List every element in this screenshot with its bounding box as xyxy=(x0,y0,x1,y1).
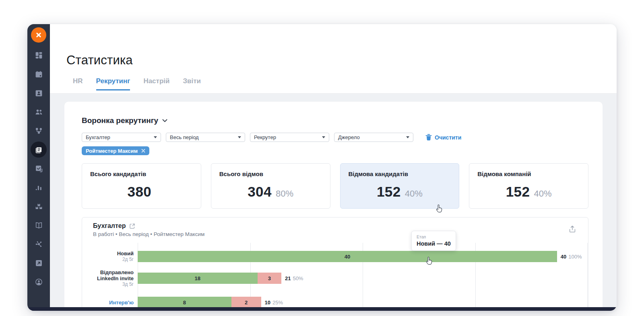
funnel-row-bars: 1832150% xyxy=(138,273,588,284)
period-select[interactable]: Весь період xyxy=(166,133,245,142)
stat-card-value: 152 xyxy=(506,184,530,199)
dashboard-icon[interactable] xyxy=(31,47,47,63)
stage-duration: 3д 5г xyxy=(82,281,134,287)
page-title: Статистика xyxy=(66,53,617,68)
export-chart-button[interactable] xyxy=(568,225,577,235)
knowledge-book-icon[interactable] xyxy=(31,217,47,233)
stage-name: Новий xyxy=(82,250,134,256)
trash-icon xyxy=(425,134,432,141)
funnel-row-bars: 4040100% xyxy=(138,251,588,262)
vacancy-select[interactable]: Бухгалтер xyxy=(82,133,161,142)
window-bottom-edge xyxy=(27,307,617,311)
app-window: Статистика HR Рекрутинг Настрій Звіти Во… xyxy=(27,24,617,311)
stat-card-label: Відмова кандидатів xyxy=(349,170,451,177)
source-select[interactable]: Джерело xyxy=(334,133,413,142)
calendar-icon[interactable] xyxy=(31,66,47,82)
stat-card-label: Всього відмов xyxy=(219,170,322,177)
tab-reports[interactable]: Звіти xyxy=(183,77,201,90)
tag-label: Ройтместер Максим xyxy=(86,148,138,154)
stats-icon[interactable] xyxy=(31,179,47,195)
chart-title: Бухгалтер xyxy=(93,222,126,230)
chart-header: Бухгалтер В работі • Весь період • Ройтм… xyxy=(82,222,588,237)
tag-close-icon[interactable] xyxy=(141,149,145,153)
mouse-cursor-card xyxy=(436,204,443,213)
stat-card-value: 380 xyxy=(127,184,151,199)
recruiter-select-value: Рекрутер xyxy=(254,134,276,140)
segment-value: 8 xyxy=(183,300,186,306)
tab-mood[interactable]: Настрій xyxy=(143,77,169,90)
tab-recruiting[interactable]: Рекрутинг xyxy=(96,77,130,90)
caret-down-icon xyxy=(322,136,325,138)
stat-card-value: 304 xyxy=(248,184,272,199)
segment-value: 18 xyxy=(195,275,200,281)
stage-duration: 2д 5г xyxy=(82,256,134,263)
funnel-bar-segment-green[interactable]: 8 xyxy=(138,297,231,308)
sidebar xyxy=(27,24,50,311)
funnel-row: Новий2д 5г4040100% xyxy=(82,251,588,262)
page-header: Статистика HR Рекрутинг Настрій Звіти xyxy=(50,24,617,94)
funnel-bar-segment-green[interactable]: 18 xyxy=(138,273,258,284)
main-area: Статистика HR Рекрутинг Настрій Звіти Во… xyxy=(50,24,617,311)
stat-cards-row: Всього кандидатів 380 Всього відмов 3048… xyxy=(82,163,588,209)
tooltip-value: Новий — 40 xyxy=(417,240,451,247)
team-icon[interactable] xyxy=(31,104,47,120)
profile-icon[interactable] xyxy=(31,274,47,290)
stat-card-candidate-rejections[interactable]: Відмова кандидатів 15240% xyxy=(340,163,460,209)
chart-subtitle: В работі • Весь період • Ройтместер Макс… xyxy=(93,231,588,237)
tooltip-label: Етап xyxy=(417,234,451,239)
funnel-rows: Новий2д 5г4040100%ВідправленоLinkedIn in… xyxy=(82,243,588,308)
mouse-cursor-bar xyxy=(426,256,433,265)
funnel-row-total: 40100% xyxy=(561,254,582,260)
funnel-bar-segment-pink[interactable]: 3 xyxy=(258,273,281,284)
stat-card-percent: 80% xyxy=(276,189,293,199)
section-title: Воронка рекрутингу xyxy=(82,116,158,125)
network-icon[interactable] xyxy=(31,236,47,252)
stat-card-label: Всього кандидатів xyxy=(90,170,193,177)
stat-card-percent: 40% xyxy=(534,189,552,199)
funnel-chart-card: Бухгалтер В работі • Весь період • Ройтм… xyxy=(82,217,588,311)
stage-link[interactable]: Интерв'ю xyxy=(82,300,134,306)
funnel-bar-segment-green[interactable]: 40 xyxy=(138,251,557,262)
tab-bar: HR Рекрутинг Настрій Звіти xyxy=(73,77,617,90)
funnel-row-label[interactable]: Интерв'ю xyxy=(82,300,138,306)
funnel-chart: Новий2д 5г4040100%ВідправленоLinkedIn in… xyxy=(82,243,588,311)
funnel-row-bars: 821025% xyxy=(138,297,588,308)
structure-icon[interactable] xyxy=(31,198,47,214)
segment-value: 3 xyxy=(268,275,271,281)
vacancy-select-value: Бухгалтер xyxy=(86,134,110,140)
funnel-row: ВідправленоLinkedIn invite3д 5г1832150% xyxy=(82,273,588,284)
tab-hr[interactable]: HR xyxy=(73,77,83,90)
funnel-row-total: 2150% xyxy=(285,275,303,281)
tasks-icon[interactable] xyxy=(31,160,47,176)
stat-card-total-rejections[interactable]: Всього відмов 30480% xyxy=(211,163,330,209)
stat-card-percent: 40% xyxy=(405,189,423,199)
recruiter-filter-tag[interactable]: Ройтместер Максим xyxy=(82,146,149,155)
section-header[interactable]: Воронка рекрутингу xyxy=(82,116,588,125)
open-vacancy-icon[interactable] xyxy=(129,223,135,229)
documents-icon[interactable] xyxy=(31,142,47,158)
workflow-icon[interactable] xyxy=(31,123,47,139)
id-card-icon[interactable] xyxy=(31,85,47,101)
stat-card-company-rejections[interactable]: Відмова компаній 15240% xyxy=(469,163,588,209)
source-select-value: Джерело xyxy=(338,134,360,140)
funnel-row-total: 1025% xyxy=(265,300,283,306)
clear-filters-button[interactable]: Очистити xyxy=(425,134,461,141)
caret-down-icon xyxy=(406,136,409,138)
funnel-row: Интерв'ю821025% xyxy=(82,297,588,308)
recruiter-select[interactable]: Рекрутер xyxy=(250,133,329,142)
external-link-icon[interactable] xyxy=(31,255,47,271)
funnel-row-label: ВідправленоLinkedIn invite3д 5г xyxy=(82,269,138,287)
app-logo-orange[interactable] xyxy=(31,27,46,43)
share-icon xyxy=(568,225,577,234)
chart-tooltip: Етап Новий — 40 xyxy=(411,231,456,251)
stat-card-total-candidates[interactable]: Всього кандидатів 380 xyxy=(82,163,201,209)
funnel-row-label: Новий2д 5г xyxy=(82,250,138,263)
stage-name: LinkedIn invite xyxy=(82,275,134,281)
clear-filters-label: Очистити xyxy=(435,134,461,141)
content-area: Воронка рекрутингу Бухгалтер Весь період… xyxy=(50,94,617,311)
segment-value: 2 xyxy=(245,300,248,306)
logo-x-icon xyxy=(35,31,43,39)
funnel-bar-segment-pink[interactable]: 2 xyxy=(231,297,261,308)
filter-bar: Бухгалтер Весь період Рекрутер Джерело xyxy=(82,133,588,142)
caret-down-icon xyxy=(154,136,157,138)
